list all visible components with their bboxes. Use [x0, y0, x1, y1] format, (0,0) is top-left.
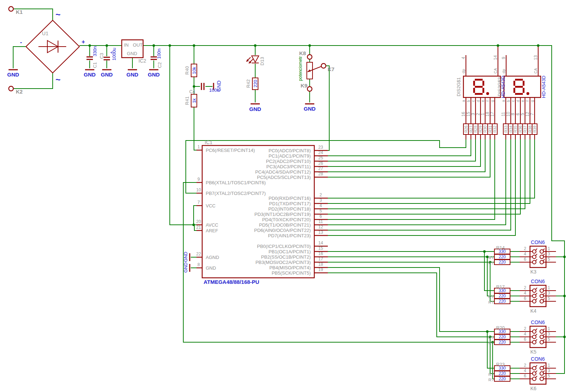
- bridge-plus: +: [82, 39, 85, 45]
- seg-pin-num-R28: 3: [471, 113, 475, 116]
- ic1-name: IC1: [205, 140, 212, 145]
- resistor-name-R33: R33: [504, 126, 508, 133]
- gnd-agnd: GND: [183, 252, 188, 262]
- r42-name: R42: [246, 79, 251, 88]
- gnd-pin8: GND: [183, 263, 188, 273]
- pin-number-24: 24: [318, 150, 323, 155]
- r40-value: 10k: [192, 67, 196, 74]
- seg-pin-num-R35: 8: [511, 113, 515, 116]
- resistor-group-name-R20: R20: [496, 325, 505, 330]
- seg-letter-R33: a: [502, 100, 505, 102]
- junction-dot: [309, 44, 311, 47]
- seg-letter-R31: f: [486, 100, 490, 101]
- pad-tick: [535, 339, 537, 341]
- pad-tick: [543, 298, 545, 300]
- junction-dot: [193, 85, 195, 88]
- capacitor-C1[interactable]: [86, 57, 93, 59]
- label-k7: K7: [327, 67, 334, 72]
- wire-segment-matrix: [183, 139, 535, 342]
- pin-label-10: PB7(XTAL2/TOSC2/PCINT7): [206, 191, 266, 196]
- potentiometer-body[interactable]: [307, 62, 321, 79]
- conn-left-num-K3-0: 2: [524, 247, 526, 251]
- gnd-c4: GND: [216, 80, 221, 91]
- resistor-name-R22-text: R22: [488, 341, 494, 345]
- ic2-name: IC2: [138, 58, 146, 63]
- seg-letter-R26: a: [462, 100, 466, 102]
- display-dp-pin-2: 9: [502, 57, 506, 59]
- seg-letter-R30: e: [481, 100, 485, 102]
- pin-number-27: 27: [318, 166, 323, 171]
- pad-tick: [535, 249, 537, 250]
- led-D13[interactable]: [246, 56, 259, 63]
- pin-label-12: PD6(AIN0/OC0A/PCINT22): [254, 228, 311, 233]
- gnd-ic2: GND: [126, 72, 138, 77]
- resistor-value-R15: 220: [499, 255, 506, 259]
- resistor-name-R15-text: R15: [488, 256, 494, 259]
- label-u1: U1: [42, 31, 48, 36]
- conn-right-num-K5-1: 3: [548, 332, 550, 336]
- resistor-group-name-R14: R14: [496, 245, 505, 250]
- resistor-name-R24: R24: [488, 371, 494, 376]
- pin-number-5: 5: [320, 209, 322, 213]
- resistor-name-R18: R18: [488, 294, 494, 298]
- conn-right-num-K4-2: 5: [548, 296, 550, 301]
- pin-number-25: 25: [318, 156, 323, 160]
- conn-right-num-K3-2: 5: [548, 257, 550, 261]
- pad-tick: [543, 371, 545, 372]
- seg-letter-R34: b: [506, 100, 510, 102]
- pad-tick: [535, 371, 537, 372]
- display-dp-pin-1: 4: [461, 57, 466, 59]
- pad-K2[interactable]: [9, 86, 14, 91]
- ic1-part: ATMEGA48/88/168-PU: [204, 279, 259, 285]
- pin-label-23: PC0(ADC0/PCINT8): [269, 148, 311, 153]
- resistor-name-R21-text: R21: [488, 336, 494, 339]
- pad-K1[interactable]: [9, 7, 14, 11]
- pad-K7[interactable]: [321, 64, 326, 68]
- junction-dot: [497, 44, 499, 47]
- ic2-pin-gnd: GND: [127, 51, 137, 56]
- resistor-value-R24: 220: [499, 371, 506, 376]
- pad-K9[interactable]: [308, 87, 312, 91]
- resistor-name-R34: R34: [509, 126, 513, 133]
- display-2-segments[interactable]: [503, 97, 537, 139]
- pin-label-20: AVCC: [206, 223, 218, 227]
- resistor-name-R35: R35: [514, 126, 518, 133]
- pad-tick: [535, 365, 537, 367]
- pad-tick: [543, 254, 545, 256]
- display-1-segments[interactable]: [463, 97, 497, 139]
- pin-number-1: 1: [198, 145, 200, 149]
- pin-label-5: PD3(INT1/OC2B/PCINT19): [254, 212, 311, 217]
- seg-letter-R38: f: [526, 100, 530, 101]
- ac-symbol-top: ~: [56, 10, 61, 19]
- resistor-name-R16-text: R16: [488, 261, 494, 265]
- seg-letter-R27: b: [467, 100, 471, 102]
- junction-dot: [153, 44, 155, 47]
- pin-number-19: 19: [318, 267, 323, 272]
- resistor-name-R29: R29: [479, 126, 483, 133]
- r40-name: R40: [185, 66, 189, 75]
- display-ca-pin-1: 14: [493, 55, 498, 60]
- capacitor-C4[interactable]: [201, 83, 204, 90]
- seg-pin-num-R31: 18: [485, 112, 490, 116]
- pad-tick: [535, 254, 537, 256]
- pin-number-20: 20: [196, 219, 201, 224]
- seg-pin-num-R26: 16: [461, 112, 466, 116]
- r42-value: 220: [253, 80, 258, 88]
- pad-K8[interactable]: [308, 55, 312, 59]
- resistor-name-R22: R22: [488, 340, 494, 345]
- c3-plus: +: [110, 50, 113, 55]
- display-part-2: HD-A543D: [541, 76, 546, 98]
- capacitor-C3[interactable]: [104, 57, 110, 60]
- pin-number-26: 26: [318, 161, 323, 165]
- display-dp-label-2: dp: [502, 69, 506, 73]
- seg-pin-num-R32: 17: [490, 112, 494, 116]
- junction-dot: [486, 330, 489, 333]
- pin-label-28: PC5(ADC5/SCLPCINT13): [257, 175, 311, 180]
- pad-tick: [535, 334, 537, 336]
- resistor-name-R31: R31: [488, 126, 492, 133]
- bridge-rectifier-U1[interactable]: [26, 20, 79, 73]
- resistor-value-R19: 220: [499, 299, 506, 303]
- junction-dot: [563, 295, 566, 297]
- pin-label-7: VCC: [206, 203, 215, 208]
- pin-label-27: PC4(ADC4/SDA/PCINT12): [255, 170, 311, 174]
